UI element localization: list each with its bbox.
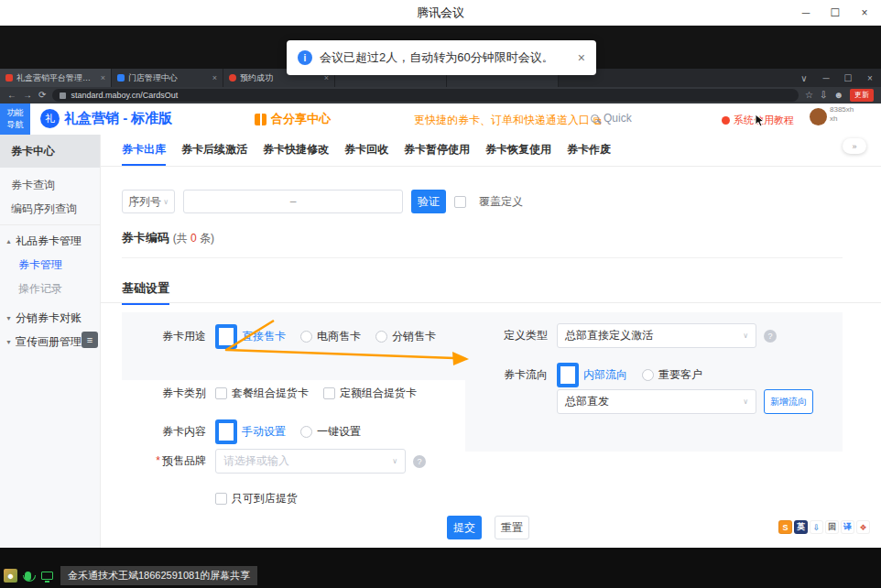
nav-toggle-line1: 功能 xyxy=(0,107,30,119)
url-bar[interactable]: standard.maboy.cn/CardsOut xyxy=(52,89,799,102)
share-center-link[interactable]: 合分享中心 xyxy=(255,111,331,127)
browser-close-icon[interactable]: × xyxy=(859,73,881,83)
codes-count: 0 xyxy=(190,232,197,245)
tab-list-chevron-icon[interactable]: ∨ xyxy=(793,73,815,83)
brand-name: 礼盒营销 - 标准版 xyxy=(64,110,172,127)
bookmark-star-icon[interactable]: ☆ xyxy=(805,91,813,100)
serial-field-select[interactable]: 序列号 ∨ xyxy=(122,190,175,213)
range-separator: – xyxy=(290,195,297,208)
verify-button[interactable]: 验证 xyxy=(411,190,446,213)
browser-tab-title: 礼盒营销平台管理中心 xyxy=(16,72,97,84)
expand-tabs-button[interactable]: » xyxy=(843,138,866,154)
sidebar-item-code-sequence-query[interactable]: 编码序列查询 xyxy=(0,197,100,221)
sidebar-item-operation-log[interactable]: 操作记录 xyxy=(0,277,100,300)
tab-card-resume[interactable]: 券卡恢复使用 xyxy=(485,135,551,166)
extension-toolbar: S 英 ⇩ 回 译 ❖ xyxy=(778,520,870,534)
help-icon[interactable]: ? xyxy=(413,455,426,468)
sidebar-item-card-query[interactable]: 券卡查询 xyxy=(0,173,100,197)
brand-label: *预售品牌 xyxy=(122,453,206,469)
sidebar-group-gift-card-mgmt[interactable]: ▲ 礼品券卡管理 xyxy=(0,229,100,253)
radio-direct-sale[interactable]: 直接售卡 xyxy=(215,324,286,349)
reset-button[interactable]: 重置 xyxy=(495,516,529,539)
site-info-icon[interactable] xyxy=(60,93,66,99)
forward-icon[interactable]: → xyxy=(23,91,32,100)
share-indicator: ☻ 金禾通技术王斌18662591081的屏幕共享 xyxy=(4,566,257,585)
tab-card-recycle[interactable]: 券卡回收 xyxy=(344,135,388,166)
tab-card-quick-edit[interactable]: 券卡快捷修改 xyxy=(263,135,329,166)
filter-row: 序列号 ∨ – 验证 覆盖定义 xyxy=(122,190,523,213)
back-icon[interactable]: ← xyxy=(7,91,16,100)
gift-icon xyxy=(255,114,266,125)
flow-select[interactable]: 总部直发 ∨ xyxy=(557,389,756,414)
sidebar-item-card-mgmt[interactable]: 券卡管理 xyxy=(0,253,100,277)
tab-card-followup-activate[interactable]: 券卡后续激活 xyxy=(181,135,247,166)
maximize-icon[interactable]: ☐ xyxy=(821,0,850,26)
quick-search[interactable]: Quick xyxy=(591,112,632,125)
usage-label: 券卡用途 xyxy=(122,329,206,344)
tab-card-void[interactable]: 券卡作废 xyxy=(567,135,611,166)
radio-internal-flow[interactable]: 内部流向 xyxy=(557,363,627,387)
function-nav-toggle[interactable]: 功能 导航 xyxy=(0,103,30,135)
sidebar-group-label: 宣传画册管理 xyxy=(16,334,82,350)
codes-count-suffix: 条) xyxy=(197,232,214,245)
extension-icon[interactable]: 英 xyxy=(794,520,808,534)
radio-important-customer[interactable]: 重要客户 xyxy=(642,367,702,383)
close-icon[interactable]: × xyxy=(850,0,879,26)
browser-update-button[interactable]: 更新 xyxy=(850,89,874,101)
browser-tab[interactable]: 礼盒营销平台管理中心 × xyxy=(0,69,112,87)
extension-icon[interactable]: 译 xyxy=(841,520,854,534)
radio-ecommerce-sale[interactable]: 电商售卡 xyxy=(300,329,361,344)
promo-link[interactable]: 更快捷的券卡、订单和快递通道入口 ⧉ xyxy=(414,113,602,128)
tab-close-icon[interactable]: × xyxy=(212,73,217,82)
extension-icon[interactable]: ⇩ xyxy=(810,520,823,534)
extension-icon[interactable]: ❖ xyxy=(856,520,870,534)
add-flow-button[interactable]: 新增流向 xyxy=(764,389,813,414)
radio-icon xyxy=(300,426,312,438)
refresh-icon[interactable]: ⟳ xyxy=(38,91,46,100)
profile-icon[interactable]: ☻ xyxy=(833,91,843,100)
category-row: 券卡类别 套餐组合提货卡 定额组合提货卡 xyxy=(122,386,431,401)
override-checkbox[interactable] xyxy=(454,196,466,208)
triangle-down-icon: ▼ xyxy=(5,339,12,345)
browser-tab[interactable]: 门店管理中心 × xyxy=(112,69,223,87)
sidebar-collapse-handle[interactable]: ≡ xyxy=(82,332,98,348)
tab-close-icon[interactable]: × xyxy=(101,73,105,82)
checkbox-fixed-combo-pickup-card[interactable]: 定额组合提货卡 xyxy=(323,386,417,401)
user-name-line2: xh xyxy=(830,114,854,124)
screen-share-icon xyxy=(41,572,53,580)
radio-distribution-sale[interactable]: 分销售卡 xyxy=(375,329,436,344)
content-label: 券卡内容 xyxy=(122,424,206,440)
submit-button[interactable]: 提交 xyxy=(447,516,482,539)
flow-row: 券卡流向 内部流向 重要客户 xyxy=(465,363,717,387)
radio-manual-setting[interactable]: 手动设置 xyxy=(215,419,286,444)
favicon xyxy=(117,74,125,82)
nav-toggle-line2: 导航 xyxy=(0,119,30,131)
extension-icon[interactable]: 回 xyxy=(825,520,839,534)
user-avatar[interactable] xyxy=(810,108,827,125)
browser-maximize-icon[interactable]: ☐ xyxy=(837,73,859,83)
download-icon[interactable]: ⇩ xyxy=(820,91,827,100)
definition-type-value: 总部直接定义激活 xyxy=(565,328,653,343)
toast-close-icon[interactable]: × xyxy=(578,50,585,65)
tab-card-suspend[interactable]: 券卡暂停使用 xyxy=(404,135,470,166)
tab-basic-settings[interactable]: 基础设置 xyxy=(122,280,169,305)
sidebar-group-label: 分销券卡对账 xyxy=(16,310,82,326)
brand-select[interactable]: 请选择或输入 ∨ xyxy=(215,449,406,474)
checkbox-combo-pickup-card[interactable]: 套餐组合提货卡 xyxy=(215,386,309,401)
checkbox-icon xyxy=(323,387,335,399)
definition-type-select[interactable]: 总部直接定义激活 ∨ xyxy=(557,323,756,348)
checkbox-store-pickup-only[interactable]: 只可到店提货 xyxy=(215,491,298,506)
help-icon[interactable]: ? xyxy=(764,330,777,343)
user-name-line1: 8385xh xyxy=(830,105,854,114)
browser-minimize-icon[interactable]: ─ xyxy=(815,73,837,83)
browser-tab-title: 门店管理中心 xyxy=(128,72,209,84)
radio-icon xyxy=(215,324,237,349)
sidebar-group-distribution-reconcile[interactable]: ▼ 分销券卡对账 xyxy=(0,306,100,330)
tab-card-outbound[interactable]: 券卡出库 xyxy=(122,135,166,166)
extension-icon[interactable]: S xyxy=(778,520,792,534)
minimize-icon[interactable]: ─ xyxy=(791,0,821,26)
serial-range-input[interactable]: – xyxy=(183,190,403,213)
divider xyxy=(122,257,843,258)
divider xyxy=(0,224,100,225)
radio-one-click-setting[interactable]: 一键设置 xyxy=(300,424,361,440)
